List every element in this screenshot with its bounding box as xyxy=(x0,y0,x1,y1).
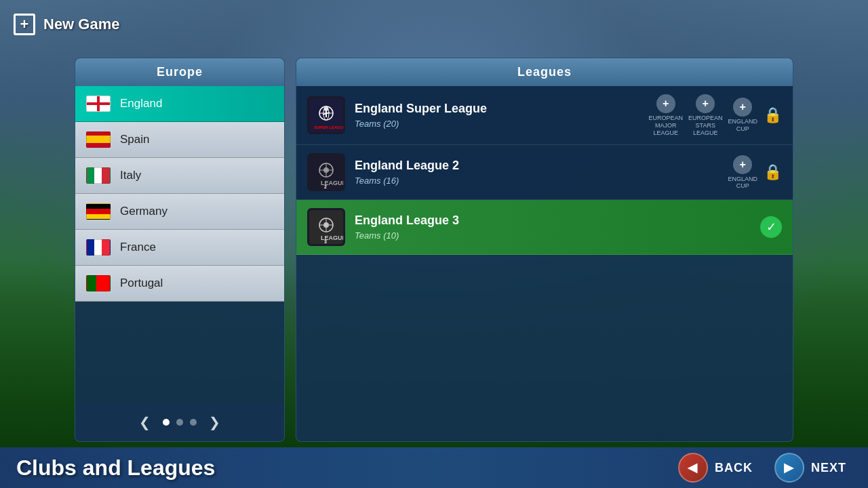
league-2-lock-icon: 🔒 xyxy=(763,161,782,183)
country-label-england: England xyxy=(120,97,162,110)
svg-point-4 xyxy=(324,107,328,111)
next-button[interactable]: ▶ NEXT xyxy=(766,450,854,485)
league-item-league-2[interactable]: LEAGUE 2 England League 2 Teams (16) + E… xyxy=(296,145,793,200)
league-3-teams: Teams (10) xyxy=(355,230,751,241)
country-item-germany[interactable]: Germany xyxy=(75,194,284,230)
svg-text:3: 3 xyxy=(324,239,327,244)
country-item-spain[interactable]: Spain xyxy=(75,122,284,158)
back-circle: ◀ xyxy=(678,453,708,483)
tag-label-cup2: ENGLANDCUP xyxy=(728,176,757,190)
flag-germany xyxy=(86,203,111,220)
plus-icon-cup1: + xyxy=(733,98,752,117)
super-league-lock-icon: 🔒 xyxy=(763,104,782,126)
country-label-spain: Spain xyxy=(120,133,149,146)
new-game-label: New Game xyxy=(43,16,120,33)
next-circle: ▶ xyxy=(774,453,804,483)
page-title: Clubs and Leagues xyxy=(0,455,670,481)
country-item-italy[interactable]: Italy xyxy=(75,158,284,194)
league-item-super-league[interactable]: SUPER LEAGUE England Super League Teams … xyxy=(296,86,793,145)
super-league-name: England Super League xyxy=(355,102,639,116)
plus-icon-cup2: + xyxy=(733,155,752,174)
flag-england xyxy=(86,96,111,112)
flag-france xyxy=(86,239,111,256)
flag-italy xyxy=(86,167,111,184)
main-content: Europe England Spain Italy Germany Fr xyxy=(75,58,793,442)
back-button[interactable]: ◀ BACK xyxy=(670,450,761,485)
top-bar: + New Game xyxy=(0,0,868,49)
pagination: ❮ ❯ xyxy=(75,403,284,441)
countries-panel-title: Europe xyxy=(157,65,203,79)
league-2-logo: LEAGUE 2 xyxy=(307,153,345,191)
plus-icon-stars: + xyxy=(696,94,715,113)
prev-page-button[interactable]: ❮ xyxy=(134,411,156,433)
country-label-france: France xyxy=(120,241,156,254)
tag-england-cup-2[interactable]: + ENGLANDCUP xyxy=(728,155,757,190)
country-item-england[interactable]: England xyxy=(75,86,284,122)
leagues-panel: Leagues SUPER LEAGUE xyxy=(296,58,793,442)
tag-label-stars: EUROPEANSTARSLEAGUE xyxy=(688,115,723,136)
tag-label-cup1: ENGLANDCUP xyxy=(728,118,757,133)
next-arrow-icon: ▶ xyxy=(784,460,794,475)
league-3-check-icon: ✓ xyxy=(760,216,782,238)
country-label-italy: Italy xyxy=(120,169,141,182)
country-item-portugal[interactable]: Portugal xyxy=(75,266,284,302)
back-label: BACK xyxy=(715,461,753,475)
league-2-teams: Teams (16) xyxy=(355,176,718,186)
flag-portugal xyxy=(86,275,111,291)
leagues-list: SUPER LEAGUE England Super League Teams … xyxy=(296,86,793,441)
svg-text:2: 2 xyxy=(324,184,327,189)
tag-label-major: EUROPEANMAJORLEAGUE xyxy=(648,115,683,136)
nav-buttons: ◀ BACK ▶ NEXT xyxy=(670,450,868,485)
next-page-button[interactable]: ❯ xyxy=(203,411,226,433)
leagues-panel-title: Leagues xyxy=(517,65,572,79)
countries-panel-header: Europe xyxy=(75,58,284,86)
tag-european-major[interactable]: + EUROPEANMAJORLEAGUE xyxy=(648,94,683,136)
flag-spain xyxy=(86,131,111,148)
super-league-info: England Super League Teams (20) xyxy=(355,102,639,129)
super-league-logo: SUPER LEAGUE xyxy=(307,96,345,134)
page-dot-3 xyxy=(190,419,197,426)
page-dot-1 xyxy=(163,419,170,426)
league-2-name: England League 2 xyxy=(355,159,718,173)
back-arrow-icon: ◀ xyxy=(688,460,698,475)
country-label-germany: Germany xyxy=(120,205,167,218)
countries-list: England Spain Italy Germany France Portu xyxy=(75,86,284,403)
league-2-tags: + ENGLANDCUP 🔒 xyxy=(728,155,782,190)
page-dot-2 xyxy=(176,419,183,426)
plus-icon-major: + xyxy=(656,94,675,113)
league-3-tags: ✓ xyxy=(760,216,782,238)
league-3-info: England League 3 Teams (10) xyxy=(355,214,751,241)
country-label-portugal: Portugal xyxy=(120,277,163,290)
leagues-panel-header: Leagues xyxy=(296,58,793,86)
countries-panel: Europe England Spain Italy Germany Fr xyxy=(75,58,285,442)
tag-england-cup-1[interactable]: + ENGLANDCUP xyxy=(728,98,757,133)
country-item-france[interactable]: France xyxy=(75,230,284,266)
league-3-logo: LEAGUE 3 xyxy=(307,208,345,246)
svg-text:SUPER LEAGUE: SUPER LEAGUE xyxy=(314,125,343,129)
super-league-tags: + EUROPEANMAJORLEAGUE + EUROPEANSTARSLEA… xyxy=(648,94,782,136)
league-3-name: England League 3 xyxy=(355,214,751,228)
league-2-info: England League 2 Teams (16) xyxy=(355,159,718,186)
new-game-button[interactable]: + New Game xyxy=(14,14,120,35)
super-league-teams: Teams (20) xyxy=(355,119,639,129)
league-item-league-3[interactable]: LEAGUE 3 England League 3 Teams (10) ✓ xyxy=(296,200,793,255)
plus-icon: + xyxy=(14,14,35,35)
next-label: NEXT xyxy=(811,461,846,475)
tag-european-stars[interactable]: + EUROPEANSTARSLEAGUE xyxy=(688,94,723,136)
bottom-bar: Clubs and Leagues ◀ BACK ▶ NEXT xyxy=(0,447,868,488)
